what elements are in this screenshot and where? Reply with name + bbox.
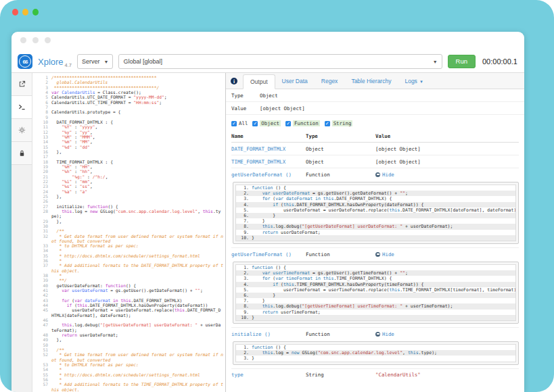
scope-select[interactable]: Global [global]▼ [118, 54, 442, 69]
tab-regex[interactable]: Regex [315, 74, 345, 89]
script-editor[interactable]: 1/**************************************… [32, 73, 225, 392]
code-text: global.CalendarUtils [51, 80, 225, 84]
checkbox-checked-icon[interactable]: ✓ [252, 121, 258, 126]
result-name-link[interactable]: initialize () [231, 331, 271, 337]
editor-line: 24 "%a" : "a" [32, 189, 225, 194]
code-text [51, 343, 225, 347]
line-number: 43 [32, 298, 51, 303]
line-number: 44 [32, 303, 51, 308]
tab-table-hierarchy[interactable]: Table Hierarchy [344, 74, 398, 89]
line-number: 54 [32, 367, 51, 372]
tab-output[interactable]: Output [243, 74, 275, 90]
info-icon[interactable]: i [231, 78, 237, 84]
hide-icon [375, 172, 380, 177]
code-text: this.log.debug("[getUserTimeFormat] user… [252, 303, 453, 309]
result-name-link[interactable]: getUserDateFormat () [231, 172, 292, 178]
editor-line: 13 "%M" : "MMM", [32, 134, 225, 139]
code-text: } [252, 293, 275, 298]
line-number: 3. [236, 356, 252, 361]
lock-icon[interactable] [11, 142, 32, 165]
result-name-link[interactable]: type [231, 372, 244, 378]
line-number: 45 [32, 308, 51, 318]
editor-line: 23 "%s" : "ss", [32, 184, 225, 189]
source-line: 6. } [236, 293, 515, 298]
source-line: 10.} [236, 235, 515, 241]
result-name-link[interactable]: getUserTimeFormat () [231, 251, 292, 258]
code-text: CalendarUtils.UTC_TIME_FORMAT = "HH:mm:s… [51, 100, 225, 105]
editor-line: 39 **/ [32, 278, 225, 283]
app-title: Xplore4.7 [38, 55, 72, 68]
filter-string[interactable]: ✓String [325, 120, 353, 126]
line-number: 6. [236, 213, 252, 218]
code-text: getUserDateFormat: function() { [51, 283, 225, 288]
editor-line: 49 }, [32, 337, 225, 342]
result-name-link[interactable]: TIME_FORMAT_DHTMLX [231, 159, 285, 165]
line-number: 52 [32, 352, 51, 362]
line-number: 46 [32, 318, 51, 322]
maximize-window-icon[interactable] [32, 9, 39, 16]
code-text: userDateFormat = userDateFormat.replace(… [51, 308, 225, 318]
code-text: * Get date format from user defined form… [51, 234, 225, 244]
code-text: } [252, 298, 265, 303]
minimize-window-icon[interactable] [22, 9, 28, 16]
chevron-down-icon: ▼ [419, 80, 423, 84]
line-number: 47 [32, 322, 51, 333]
editor-line: 42 [32, 293, 225, 297]
settings-gear-icon[interactable] [11, 119, 32, 142]
type-filters: ✓All✓Object✓Function✓String [226, 115, 524, 130]
line-number: 15 [32, 145, 51, 149]
editor-line: 1/**************************************… [32, 75, 225, 80]
line-number: 24 [32, 189, 51, 194]
open-in-new-window-icon[interactable] [11, 73, 32, 96]
editor-line: 11 "%Y" : "yyyy", [32, 124, 225, 129]
server-select[interactable]: Server▼ [77, 54, 113, 69]
checkbox-checked-icon[interactable]: ✓ [325, 121, 330, 126]
source-line: 8. this.log.debug("[getUserDateFormat] u… [236, 224, 515, 229]
line-number: 6 [32, 100, 51, 105]
code-text: * Add additional formats to the TIME_FOR… [51, 382, 225, 392]
checkbox-checked-icon[interactable]: ✓ [231, 121, 237, 126]
line-number: 17 [32, 154, 51, 159]
table-header: Name Type Value [231, 131, 519, 143]
code-text: return userDateFormat; [51, 333, 225, 337]
result-name-link[interactable]: DATE_FORMAT_DHTMLX [231, 146, 285, 152]
tab-logs[interactable]: Logs▼ [398, 74, 430, 89]
code-text: "%M" : "MMM", [51, 134, 225, 139]
code-text: "%g:" : /^h:/, [51, 174, 225, 179]
filter-object[interactable]: ✓Object [252, 120, 281, 126]
line-number: 42 [32, 293, 51, 297]
function-source-box: 1.function () {2. var userTimeFormat = g… [233, 262, 519, 324]
filter-function[interactable]: ✓Function [285, 120, 320, 126]
close-window-icon[interactable] [12, 9, 18, 16]
line-number: 25 [32, 194, 51, 199]
hide-toggle[interactable]: Hide [375, 172, 394, 178]
filter-all[interactable]: ✓All [231, 120, 248, 126]
hide-toggle[interactable]: Hide [375, 331, 394, 337]
table-row: getUserTimeFormat ()FunctionHide [231, 247, 519, 261]
line-number: 1. [236, 185, 252, 191]
hide-icon [375, 252, 380, 257]
line-number: 2. [236, 350, 252, 356]
tab-user-data[interactable]: User Data [275, 74, 315, 89]
terminal-icon[interactable] [11, 96, 32, 119]
source-line: 7. } [236, 298, 515, 303]
side-icon-bar [11, 73, 32, 392]
editor-line: 30 [32, 224, 225, 228]
line-number: 53 [32, 362, 51, 367]
filter-label: String [332, 120, 353, 126]
code-text: this.log.debug("[getUserDateFormat] user… [51, 322, 225, 333]
hide-toggle[interactable]: Hide [375, 251, 394, 258]
code-text: var CalendarUtils = Class.create(); [51, 90, 225, 95]
line-number: 9. [236, 310, 252, 315]
code-text: * to DHTMLX format as per spec: [51, 243, 225, 248]
line-number: 22 [32, 179, 51, 184]
editor-line: 54 * [32, 367, 225, 372]
browser-frame: 66 Xplore4.7 Server▼ Global [global]▼ Ru… [0, 0, 554, 392]
checkbox-checked-icon[interactable]: ✓ [285, 121, 291, 126]
editor-line: 51 /** [32, 347, 225, 352]
app-version: 4.7 [65, 62, 72, 68]
source-line: 4. if (this.TIME_FORMAT_DHTMLX.hasOwnPro… [236, 282, 515, 287]
run-button[interactable]: Run [448, 55, 476, 68]
toolbar: 66 Xplore4.7 Server▼ Global [global]▼ Ru… [11, 51, 524, 73]
line-number: 7 [32, 105, 51, 109]
